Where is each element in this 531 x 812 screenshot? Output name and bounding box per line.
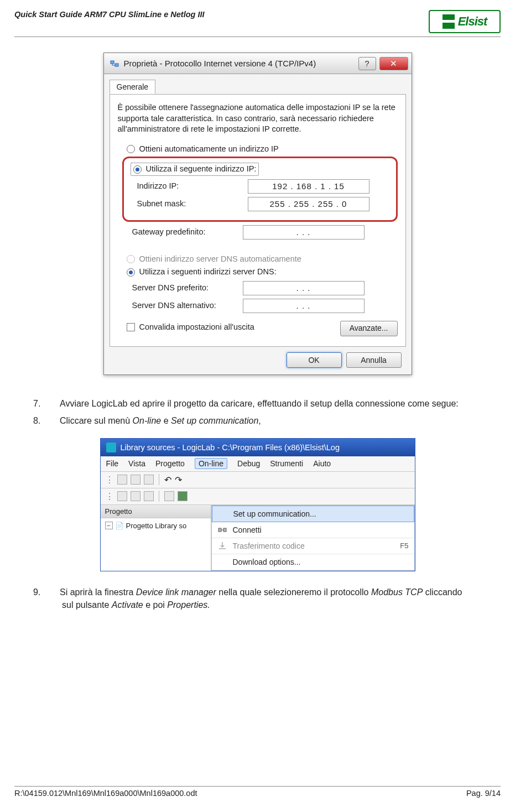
help-button[interactable]: ? — [358, 57, 376, 70]
project-pane: Progetto − 📄 Progetto Library so — [101, 505, 211, 571]
gateway-input[interactable]: . . . — [243, 225, 365, 240]
radio-auto-ip[interactable]: Ottieni automaticamente un indirizzo IP — [127, 144, 398, 155]
radio-manual-ip[interactable]: Utilizza il seguente indirizzo IP: — [131, 163, 259, 176]
ip-input[interactable]: 192 . 168 . 1 . 15 — [248, 179, 369, 194]
radio-auto-dns-label: Ottieni indirizzo server DNS automaticam… — [139, 254, 301, 265]
toolbar-icon[interactable] — [178, 491, 188, 501]
menu-online[interactable]: On-line — [195, 458, 227, 469]
instruction-text-2: 9.Si aprirà la finestra Device link mana… — [48, 586, 473, 611]
menu-item-transfer-code: Trasferimento codice F5 — [212, 538, 414, 554]
tab-general[interactable]: Generale — [110, 80, 156, 94]
subnet-label: Subnet mask: — [137, 199, 248, 210]
ide-titlebar: Library sources - LogicLab - C:\Program … — [101, 439, 415, 456]
dd-download-label: Download options... — [233, 558, 301, 566]
step-8-em-setup: Set up communication — [171, 416, 258, 425]
radio-icon — [127, 268, 135, 277]
logo-stripe-icon — [442, 14, 455, 29]
step-8-em-online: On-line — [133, 416, 162, 425]
step-9-c: nella quale selezioneremo il protocollo — [216, 587, 371, 597]
blank-icon — [218, 509, 228, 519]
manual-ip-highlight: Utilizza il seguente indirizzo IP: Indir… — [122, 157, 398, 222]
step-7-text: Avviare LogicLab ed aprire il progetto d… — [60, 399, 459, 408]
dd-setup-label: Set up communication... — [233, 509, 316, 518]
doc-title: Quick Start Guide ARM7 CPU SlimLine e Ne… — [14, 10, 205, 19]
menu-item-download-options[interactable]: Download options... — [212, 554, 414, 570]
tree-folder-icon: 📄 — [115, 522, 124, 530]
tree-item-label: Progetto Library so — [126, 522, 187, 530]
connect-icon — [217, 525, 227, 535]
dialog-title: Proprietà - Protocollo Internet versione… — [124, 59, 355, 68]
ide-toolbar-2: ⋮ — [101, 488, 415, 505]
toolbar-icon[interactable] — [131, 491, 140, 501]
close-button[interactable]: ✕ — [379, 57, 408, 70]
svg-rect-1 — [115, 64, 118, 66]
menu-vista[interactable]: Vista — [128, 459, 145, 468]
cancel-button[interactable]: Annulla — [346, 352, 402, 368]
dns2-input[interactable]: . . . — [243, 299, 365, 313]
svg-rect-2 — [218, 528, 221, 532]
step-number: 7. — [48, 397, 60, 410]
step-9-em-properties: Properties. — [167, 600, 210, 610]
logiclab-window: Library sources - LogicLab - C:\Program … — [100, 438, 415, 571]
ide-title-text: Library sources - LogicLab - C:\Program … — [121, 443, 340, 452]
step-8-text-e: , — [258, 416, 261, 425]
toolbar-icon[interactable] — [117, 475, 127, 485]
dialog-description: È possibile ottenere l'assegnazione auto… — [118, 102, 398, 135]
ok-button[interactable]: OK — [287, 352, 342, 368]
dns2-label: Server DNS alternativo: — [132, 300, 243, 311]
step-9-g: e poi — [143, 600, 168, 610]
dns1-input[interactable]: . . . — [243, 281, 365, 295]
validate-label: Convalida impostazioni all'uscita — [139, 322, 254, 333]
app-icon — [106, 443, 116, 452]
ip-label: Indirizzo IP: — [137, 181, 248, 192]
step-9-em-modbus: Modbus TCP — [371, 587, 423, 597]
instruction-text: 7.Avviare LogicLab ed aprire il progetto… — [48, 397, 473, 427]
step-number: 9. — [48, 586, 60, 598]
ipv4-properties-dialog: Proprietà - Protocollo Internet versione… — [103, 53, 412, 375]
toolbar-icon[interactable] — [164, 491, 174, 501]
tree-row[interactable]: − 📄 Progetto Library so — [105, 522, 209, 530]
dialog-titlebar: Proprietà - Protocollo Internet versione… — [104, 53, 412, 74]
step-8-text-c: e — [161, 416, 171, 425]
radio-manual-dns[interactable]: Utilizza i seguenti indirizzi server DNS… — [127, 267, 398, 278]
online-dropdown: Set up communication... Connetti Trasfer… — [211, 505, 415, 571]
blank-icon — [217, 557, 227, 567]
tab-strip: Generale — [110, 79, 406, 94]
toolbar-icon[interactable] — [131, 475, 140, 485]
subnet-input[interactable]: 255 . 255 . 255 . 0 — [248, 197, 369, 211]
undo-icon[interactable]: ↶ — [164, 475, 171, 485]
brand-logo: Elsist — [429, 10, 501, 33]
radio-icon — [127, 255, 135, 263]
menu-aiuto[interactable]: Aiuto — [313, 459, 331, 468]
step-number: 8. — [48, 414, 60, 427]
menu-item-connect[interactable]: Connetti — [212, 522, 414, 538]
toolbar-icon[interactable] — [144, 475, 154, 485]
svg-rect-3 — [223, 528, 226, 532]
advanced-button[interactable]: Avanzate... — [340, 321, 398, 336]
step-9-a: Si aprirà la finestra — [60, 587, 136, 597]
menu-debug[interactable]: Debug — [237, 459, 260, 468]
toolbar-icon[interactable] — [117, 491, 127, 501]
tab-panel-general: È possibile ottenere l'assegnazione auto… — [110, 94, 406, 347]
redo-icon[interactable]: ↷ — [175, 475, 182, 485]
logo-text: Elsist — [458, 14, 487, 29]
radio-manual-ip-label: Utilizza il seguente indirizzo IP: — [146, 164, 257, 175]
network-icon — [110, 59, 119, 69]
gateway-label: Gateway predefinito: — [132, 227, 243, 238]
header-divider — [14, 37, 501, 37]
dd-transfer-label: Trasferimento codice — [233, 542, 305, 550]
radio-auto-ip-label: Ottieni automaticamente un indirizzo IP — [139, 144, 279, 155]
dns1-label: Server DNS preferito: — [132, 283, 243, 294]
menu-file[interactable]: File — [106, 459, 119, 468]
ide-menubar: File Vista Progetto On-line Debug Strume… — [101, 456, 415, 472]
menu-progetto[interactable]: Progetto — [155, 459, 185, 468]
menu-item-setup-communication[interactable]: Set up communication... — [212, 506, 414, 522]
footer-path: R:\04159.012\Mnl169\Mnl169a000\Mnl169a00… — [14, 789, 197, 798]
ide-toolbar: ⋮ ↶ ↷ — [101, 472, 415, 488]
menu-strumenti[interactable]: Strumenti — [270, 459, 303, 468]
project-pane-title: Progetto — [101, 505, 211, 518]
tree-minus-icon: − — [105, 522, 113, 529]
dd-transfer-shortcut: F5 — [400, 542, 408, 550]
toolbar-icon[interactable] — [144, 491, 154, 501]
radio-icon — [133, 165, 142, 174]
